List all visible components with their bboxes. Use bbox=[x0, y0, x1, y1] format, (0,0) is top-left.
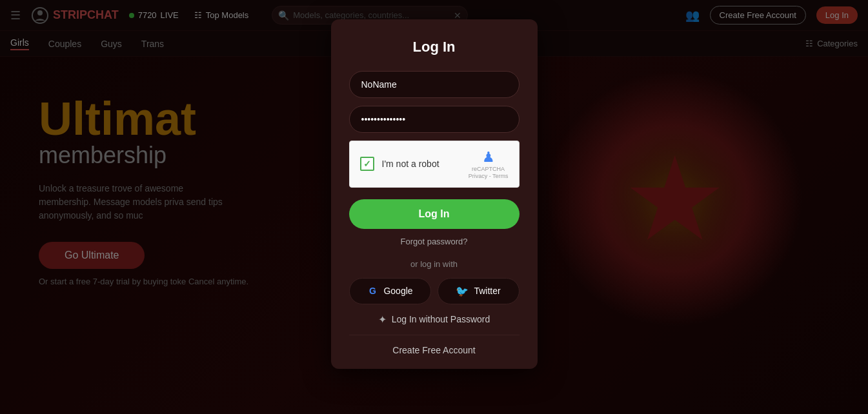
google-icon: G bbox=[367, 285, 378, 297]
recaptcha-checkbox[interactable]: ✓ bbox=[360, 157, 374, 171]
recaptcha-left: ✓ I'm not a robot bbox=[360, 157, 439, 171]
recaptcha-links: Privacy - Terms bbox=[469, 173, 509, 179]
google-label: Google bbox=[383, 286, 412, 296]
recaptcha-brand-text: reCAPTCHA bbox=[469, 166, 509, 173]
password-input[interactable] bbox=[349, 106, 520, 133]
checkmark-icon: ✓ bbox=[363, 159, 371, 169]
modal-footer: Create Free Account bbox=[349, 335, 520, 356]
passwordless-label: Log In without Password bbox=[392, 314, 490, 324]
or-divider: or log in with bbox=[349, 259, 520, 269]
sparkle-icon: ✦ bbox=[378, 313, 387, 326]
recaptcha-brand: ♟ reCAPTCHA Privacy - Terms bbox=[469, 149, 509, 179]
recaptcha-logo: ♟ bbox=[469, 149, 509, 166]
twitter-label: Twitter bbox=[474, 286, 500, 296]
google-login-button[interactable]: G Google bbox=[349, 278, 431, 304]
forgot-password-link[interactable]: Forgot password? bbox=[349, 237, 520, 246]
create-account-link[interactable]: Create Free Account bbox=[392, 345, 475, 355]
modal-title: Log In bbox=[349, 39, 520, 55]
passwordless-login-button[interactable]: ✦ Log In without Password bbox=[349, 313, 520, 326]
recaptcha-widget[interactable]: ✓ I'm not a robot ♟ reCAPTCHA Privacy - … bbox=[349, 141, 520, 188]
login-modal: Log In ✓ I'm not a robot ♟ reCAPTCHA Pri… bbox=[331, 19, 538, 369]
username-input[interactable] bbox=[349, 71, 520, 98]
twitter-icon-text: 🐦 bbox=[456, 285, 469, 297]
login-submit-button[interactable]: Log In bbox=[349, 199, 520, 229]
social-login-row: G Google x\ 🐦 Twitter bbox=[349, 278, 520, 304]
recaptcha-label: I'm not a robot bbox=[382, 159, 439, 169]
twitter-login-button[interactable]: x\ 🐦 Twitter bbox=[438, 278, 520, 304]
